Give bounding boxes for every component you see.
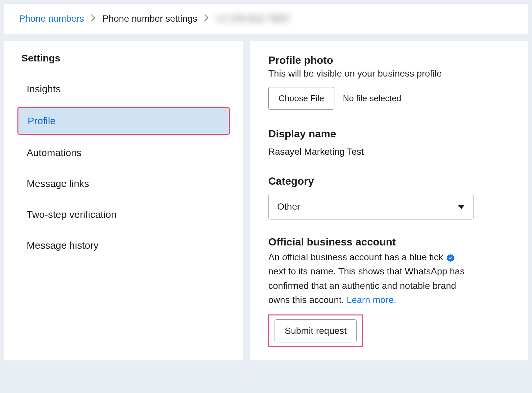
sidebar-item-profile[interactable]: Profile bbox=[17, 107, 230, 135]
sidebar-item-message-links[interactable]: Message links bbox=[17, 171, 230, 196]
sidebar-title: Settings bbox=[17, 53, 230, 64]
breadcrumb-phone-numbers[interactable]: Phone numbers bbox=[19, 13, 84, 24]
sidebar-item-message-history[interactable]: Message history bbox=[17, 233, 230, 258]
breadcrumb: Phone numbers Phone number settings +1 2… bbox=[4, 3, 528, 34]
category-select[interactable]: Other bbox=[268, 194, 474, 220]
sidebar-item-two-step-verification[interactable]: Two-step verification bbox=[17, 202, 230, 227]
category-heading: Category bbox=[268, 175, 510, 187]
official-business-account-heading: Official business account bbox=[268, 236, 510, 248]
breadcrumb-settings: Phone number settings bbox=[103, 13, 197, 24]
file-selected-status: No file selected bbox=[343, 93, 401, 104]
main-panel: Profile photo This will be visible on yo… bbox=[250, 41, 528, 361]
verified-badge-icon bbox=[447, 254, 454, 262]
profile-photo-sub: This will be visible on your business pr… bbox=[268, 68, 510, 79]
submit-request-highlight: Submit request bbox=[268, 314, 363, 347]
display-name-value: Rasayel Marketing Test bbox=[268, 147, 510, 157]
sidebar-item-insights[interactable]: Insights bbox=[17, 76, 230, 102]
chevron-down-icon bbox=[458, 205, 465, 209]
settings-sidebar: Settings Insights Profile Automations Me… bbox=[4, 41, 243, 361]
category-selected-value: Other bbox=[277, 201, 300, 212]
sidebar-item-automations[interactable]: Automations bbox=[17, 140, 230, 166]
profile-photo-heading: Profile photo bbox=[268, 54, 510, 66]
choose-file-button[interactable]: Choose File bbox=[268, 87, 334, 110]
learn-more-link[interactable]: Learn more. bbox=[347, 295, 396, 305]
submit-request-button[interactable]: Submit request bbox=[275, 319, 357, 342]
official-business-account-description: An official business account has a blue … bbox=[268, 250, 472, 307]
display-name-heading: Display name bbox=[268, 128, 510, 140]
chevron-right-icon bbox=[204, 14, 209, 24]
chevron-right-icon bbox=[91, 14, 96, 24]
breadcrumb-phone-redacted: +1 270 812 7637 bbox=[216, 13, 290, 24]
